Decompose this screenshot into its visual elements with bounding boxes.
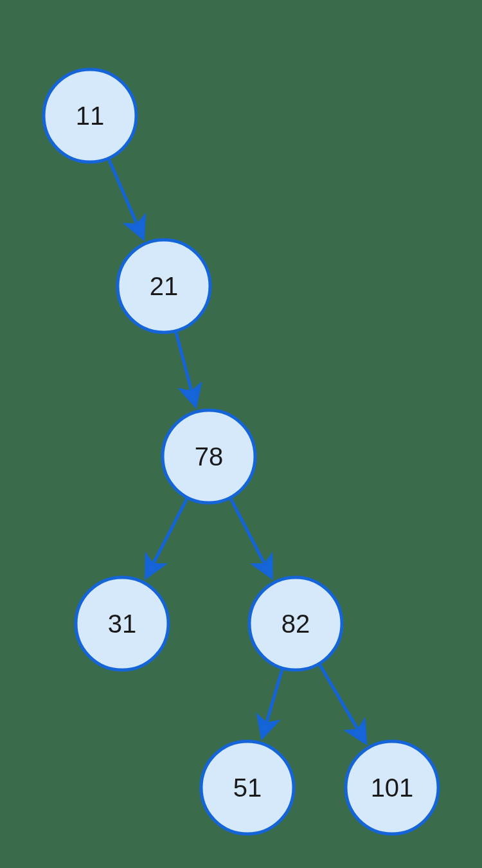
node-31: 31 <box>76 577 168 670</box>
node-82: 82 <box>249 577 342 670</box>
node-label: 82 <box>281 610 310 638</box>
nodes-group: 112178318251101 <box>44 69 438 834</box>
edge-n82-n101 <box>319 664 364 740</box>
edge-n78-n31 <box>148 498 188 575</box>
node-label: 78 <box>195 442 224 471</box>
node-label: 31 <box>108 610 137 638</box>
node-label: 51 <box>233 773 262 802</box>
node-label: 11 <box>76 102 105 130</box>
tree-diagram: 112178318251101 <box>0 0 482 868</box>
edge-n82-n51 <box>263 668 282 734</box>
node-label: 101 <box>371 773 414 802</box>
node-11: 11 <box>44 69 136 162</box>
node-78: 78 <box>163 410 255 503</box>
edge-n21-n78 <box>175 331 195 403</box>
node-21: 21 <box>118 240 210 332</box>
node-51: 51 <box>201 741 294 834</box>
node-101: 101 <box>346 741 438 834</box>
edge-n11-n21 <box>109 158 142 235</box>
edge-n78-n82 <box>230 498 270 575</box>
node-label: 21 <box>150 272 179 300</box>
